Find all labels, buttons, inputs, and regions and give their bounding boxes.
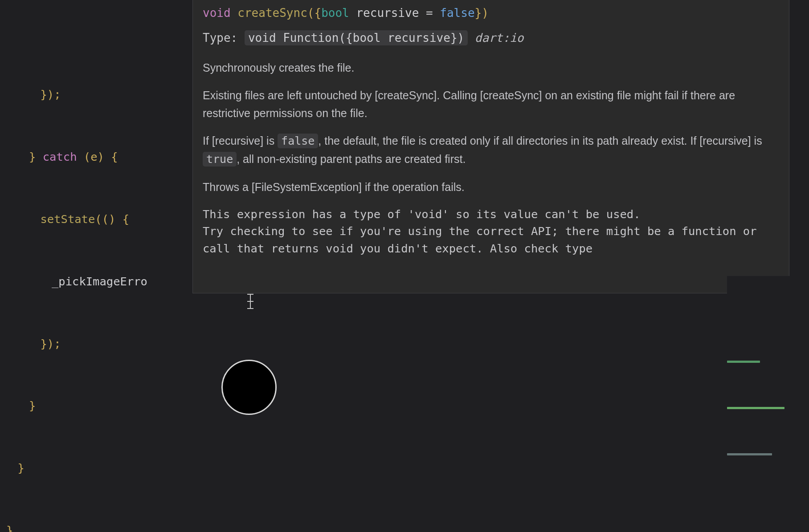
hover-type-row: Type: void Function({bool recursive}) da… [203,29,779,48]
hover-paragraph: If [recursive] is false, the default, th… [203,132,779,168]
minimap[interactable] [727,276,809,467]
hover-documentation-panel[interactable]: void createSync({bool recursive = false}… [192,0,789,293]
code-line: } [6,458,809,479]
hover-diagnostic: This expression has a type of 'void' so … [203,206,779,257]
code-line: } [6,395,809,416]
hover-paragraph: Existing files are left untouched by [cr… [203,86,779,122]
code-line: }); [6,333,809,354]
minimap-content [727,317,809,467]
code-line: } [6,520,809,532]
hover-paragraph: Throws a [FileSystemException] if the op… [203,178,779,196]
hover-signature: void createSync({bool recursive = false}… [203,4,779,23]
code-editor[interactable]: }); } catch (e) { setState(() { _pickIma… [0,0,809,532]
recording-indicator-icon [221,360,277,415]
hover-paragraph: Synchronously creates the file. [203,59,779,77]
text-cursor-icon [245,294,255,309]
